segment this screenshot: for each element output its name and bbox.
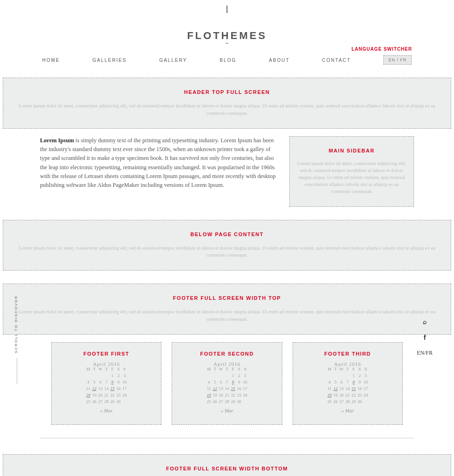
calendar-day[interactable]: 12 — [333, 386, 339, 393]
calendar-day[interactable]: 5 — [212, 380, 218, 386]
calendar-day[interactable]: 26 — [212, 399, 218, 406]
calendar-day[interactable]: 18 — [206, 393, 212, 399]
calendar-day[interactable]: 2 — [115, 373, 121, 380]
calendar-day[interactable]: 10 — [363, 380, 369, 386]
calendar-day[interactable]: 14 — [224, 386, 230, 393]
calendar-day[interactable]: 10 — [121, 380, 127, 386]
calendar-day[interactable]: 30 — [236, 399, 242, 406]
calendar-prev-link[interactable]: « Mar — [100, 408, 113, 413]
calendar-day[interactable]: 20 — [339, 393, 345, 399]
calendar-day[interactable]: 14 — [103, 386, 109, 393]
calendar-day[interactable]: 6 — [339, 380, 345, 386]
calendar-day[interactable]: 18 — [85, 393, 91, 399]
nav-gallery[interactable]: GALLERY — [159, 58, 187, 63]
calendar-day[interactable]: 11 — [206, 386, 212, 393]
calendar-day[interactable]: 28 — [345, 399, 351, 406]
calendar-day[interactable]: 2 — [357, 373, 363, 380]
calendar-prev-link[interactable]: « Mar — [220, 408, 233, 413]
facebook-icon[interactable]: f — [424, 334, 426, 341]
nav-galleries[interactable]: GALLERIES — [93, 58, 127, 63]
calendar-day[interactable]: 2 — [236, 373, 242, 380]
calendar-day[interactable]: 9 — [357, 380, 363, 386]
calendar-day[interactable]: 27 — [218, 399, 224, 406]
calendar-day[interactable]: 21 — [224, 393, 230, 399]
calendar-day[interactable]: 27 — [97, 399, 103, 406]
calendar-day[interactable]: 9 — [236, 380, 242, 386]
calendar-day[interactable]: 16 — [236, 386, 242, 393]
calendar-day[interactable]: 14 — [345, 386, 351, 393]
calendar-day[interactable]: 12 — [212, 386, 218, 393]
calendar-day[interactable]: 6 — [97, 380, 103, 386]
calendar-day[interactable]: 13 — [97, 386, 103, 393]
calendar-day[interactable]: 24 — [363, 393, 369, 399]
calendar-day[interactable]: 4 — [206, 380, 212, 386]
calendar-day[interactable]: 8 — [109, 380, 115, 386]
calendar-day[interactable]: 25 — [327, 399, 333, 406]
calendar-day[interactable]: 23 — [236, 393, 242, 399]
calendar-day[interactable]: 19 — [212, 393, 218, 399]
calendar-day[interactable]: 17 — [363, 386, 369, 393]
calendar-day[interactable]: 6 — [218, 380, 224, 386]
calendar-day[interactable]: 19 — [333, 393, 339, 399]
calendar-day[interactable]: 29 — [351, 399, 357, 406]
calendar-day[interactable]: 29 — [109, 399, 115, 406]
calendar-day[interactable]: 30 — [357, 399, 363, 406]
calendar-day[interactable]: 1 — [230, 373, 236, 380]
calendar-day[interactable]: 7 — [103, 380, 109, 386]
calendar-day[interactable]: 4 — [85, 380, 91, 386]
calendar-day[interactable]: 8 — [230, 380, 236, 386]
nav-blog[interactable]: BLOG — [220, 58, 236, 63]
calendar-day[interactable]: 15 — [230, 386, 236, 393]
calendar-day[interactable]: 19 — [91, 393, 97, 399]
calendar-day[interactable]: 24 — [242, 393, 248, 399]
calendar-day[interactable]: 29 — [230, 399, 236, 406]
calendar-day[interactable]: 16 — [115, 386, 121, 393]
calendar-day[interactable]: 3 — [363, 373, 369, 380]
calendar-day[interactable]: 23 — [357, 393, 363, 399]
calendar-day[interactable]: 25 — [206, 399, 212, 406]
language-toggle[interactable]: EN/FR — [417, 350, 433, 357]
language-switcher-box[interactable]: EN / FR — [383, 55, 412, 65]
calendar-day[interactable]: 13 — [339, 386, 345, 393]
calendar-day[interactable]: 11 — [85, 386, 91, 393]
calendar-day[interactable]: 5 — [91, 380, 97, 386]
calendar-day[interactable]: 5 — [333, 380, 339, 386]
calendar-day[interactable]: 1 — [351, 373, 357, 380]
calendar-day[interactable]: 3 — [242, 373, 248, 380]
calendar-day[interactable]: 20 — [97, 393, 103, 399]
calendar-day[interactable]: 11 — [327, 386, 333, 393]
calendar-day[interactable]: 15 — [351, 386, 357, 393]
calendar-day[interactable]: 22 — [351, 393, 357, 399]
calendar-day[interactable]: 17 — [121, 386, 127, 393]
nav-contact[interactable]: CONTACT — [322, 58, 351, 63]
calendar-day[interactable]: 30 — [115, 399, 121, 406]
calendar-day[interactable]: 3 — [121, 373, 127, 380]
calendar-day[interactable]: 8 — [351, 380, 357, 386]
calendar-day[interactable]: 12 — [91, 386, 97, 393]
calendar-day[interactable]: 20 — [218, 393, 224, 399]
calendar-day[interactable]: 22 — [230, 393, 236, 399]
calendar-day[interactable]: 21 — [103, 393, 109, 399]
calendar-prev-link[interactable]: « Mar — [341, 408, 354, 413]
calendar-day[interactable]: 18 — [327, 393, 333, 399]
calendar-day[interactable]: 28 — [103, 399, 109, 406]
calendar-day[interactable]: 9 — [115, 380, 121, 386]
calendar-day[interactable]: 7 — [224, 380, 230, 386]
calendar-day[interactable]: 27 — [339, 399, 345, 406]
calendar-day[interactable]: 24 — [121, 393, 127, 399]
calendar-day[interactable]: 4 — [327, 380, 333, 386]
calendar-day[interactable]: 16 — [357, 386, 363, 393]
nav-home[interactable]: HOME — [42, 58, 60, 63]
calendar-day[interactable]: 21 — [345, 393, 351, 399]
calendar-day[interactable]: 10 — [242, 380, 248, 386]
calendar-day[interactable]: 7 — [345, 380, 351, 386]
calendar-day[interactable]: 13 — [218, 386, 224, 393]
calendar-day[interactable]: 28 — [224, 399, 230, 406]
site-logo[interactable]: FLOTHEMES ~ — [187, 30, 267, 46]
search-icon[interactable]: ⌕ — [423, 318, 427, 325]
calendar-day[interactable]: 1 — [109, 373, 115, 380]
calendar-day[interactable]: 17 — [242, 386, 248, 393]
calendar-day[interactable]: 25 — [85, 399, 91, 406]
calendar-day[interactable]: 23 — [115, 393, 121, 399]
calendar-day[interactable]: 15 — [109, 386, 115, 393]
